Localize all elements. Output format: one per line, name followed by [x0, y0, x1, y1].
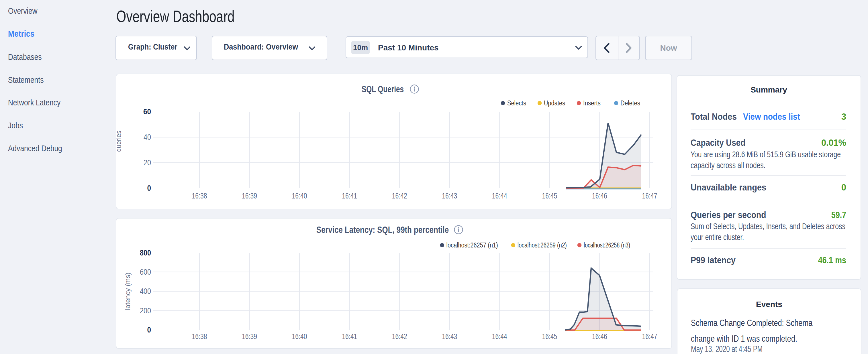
svg-text:localhost:26257 (n1): localhost:26257 (n1)	[446, 242, 498, 249]
svg-text:16:41: 16:41	[342, 192, 357, 200]
svg-text:16:38: 16:38	[192, 332, 207, 341]
svg-text:0: 0	[147, 184, 151, 192]
svg-text:Service Latency: SQL, 99th per: Service Latency: SQL, 99th percentile	[316, 225, 449, 235]
svg-text:16:45: 16:45	[542, 332, 557, 341]
svg-text:16:44: 16:44	[492, 332, 507, 341]
svg-text:16:45: 16:45	[542, 192, 557, 200]
svg-text:latency (ms): latency (ms)	[124, 273, 131, 310]
svg-text:16:41: 16:41	[342, 332, 357, 341]
svg-text:40: 40	[144, 133, 151, 141]
svg-text:600: 600	[140, 268, 151, 277]
svg-text:localhost:26259 (n2): localhost:26259 (n2)	[518, 242, 567, 249]
svg-text:queries: queries	[116, 131, 122, 152]
svg-text:400: 400	[140, 287, 151, 296]
svg-text:20: 20	[144, 158, 151, 167]
svg-text:SQL Queries: SQL Queries	[362, 84, 404, 94]
svg-text:16:43: 16:43	[442, 192, 457, 200]
svg-text:16:46: 16:46	[592, 332, 607, 341]
svg-text:0: 0	[147, 325, 151, 334]
svg-text:16:47: 16:47	[642, 192, 657, 200]
svg-text:60: 60	[143, 107, 151, 116]
svg-text:16:39: 16:39	[242, 332, 257, 341]
svg-text:800: 800	[140, 248, 151, 257]
svg-text:Deletes: Deletes	[620, 99, 640, 107]
svg-text:Updates: Updates	[544, 99, 565, 107]
svg-text:200: 200	[140, 307, 151, 315]
svg-text:localhost:26258 (n3): localhost:26258 (n3)	[584, 242, 630, 249]
svg-text:16:39: 16:39	[242, 192, 257, 200]
svg-text:16:42: 16:42	[392, 192, 407, 200]
svg-text:16:43: 16:43	[442, 332, 457, 341]
svg-text:Selects: Selects	[507, 99, 526, 107]
svg-text:16:46: 16:46	[592, 192, 607, 200]
svg-text:16:40: 16:40	[292, 192, 307, 200]
svg-text:Inserts: Inserts	[583, 99, 601, 107]
svg-text:16:44: 16:44	[492, 192, 507, 200]
svg-text:16:40: 16:40	[292, 332, 307, 341]
svg-text:16:47: 16:47	[642, 332, 657, 341]
svg-text:16:42: 16:42	[392, 332, 407, 341]
svg-text:16:38: 16:38	[192, 192, 207, 200]
